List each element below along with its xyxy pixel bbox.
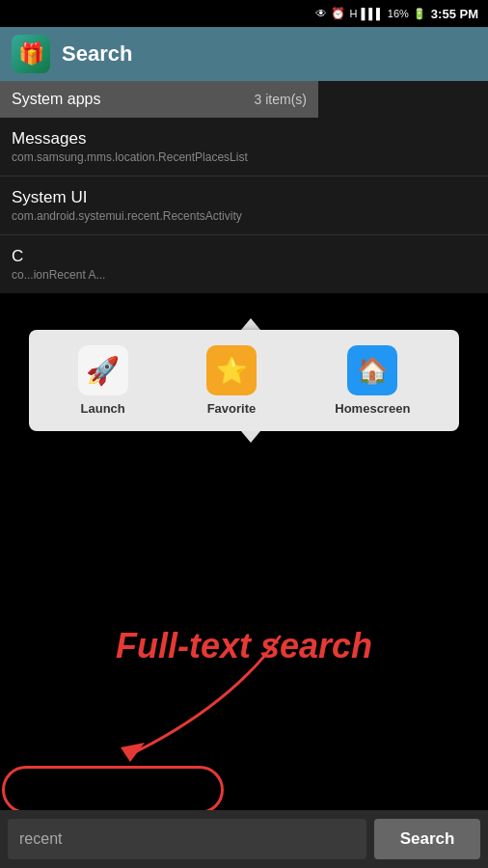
category-name: System apps [12, 91, 100, 108]
favorite-icon: ⭐ [206, 345, 257, 395]
search-button[interactable]: Search [374, 819, 480, 859]
eye-icon: 👁 [315, 7, 327, 20]
app-header: 🎁 Search [0, 27, 488, 81]
arrow-annotation [58, 627, 347, 772]
context-menu: 🚀 Launch ⭐ Favorite 🏠 Homescreen [29, 318, 459, 443]
app-package: com.samsung.mms.location.RecentPlacesLis… [12, 150, 476, 164]
status-icons: 👁 ⏰ H ▌▌▌ 16% 🔋 [315, 7, 425, 20]
list-item[interactable]: System UI com.android.systemui.recent.Re… [0, 176, 488, 235]
app-logo: 🎁 [12, 35, 50, 73]
status-bar: 👁 ⏰ H ▌▌▌ 16% 🔋 3:55 PM [0, 0, 488, 27]
battery-text: 16% [388, 8, 409, 19]
search-input[interactable] [8, 819, 366, 859]
app-title: Search [62, 41, 132, 67]
launch-icon: 🚀 [78, 345, 128, 395]
svg-marker-0 [121, 743, 145, 762]
app-name: Messages [12, 129, 476, 149]
homescreen-button[interactable]: 🏠 Homescreen [325, 345, 420, 416]
launch-label: Launch [81, 401, 125, 416]
homescreen-icon: 🏠 [347, 345, 397, 395]
category-count: 3 item(s) [255, 92, 307, 107]
app-package: co...ionRecent A... [12, 268, 476, 282]
status-time: 3:55 PM [431, 7, 478, 21]
favorite-label: Favorite [207, 401, 257, 416]
alarm-icon: ⏰ [331, 7, 345, 20]
content-area: System apps 3 item(s) Messages com.samsu… [0, 81, 488, 293]
category-header: System apps 3 item(s) [0, 81, 318, 118]
context-menu-arrow-up [241, 318, 260, 330]
context-menu-container: 🚀 Launch ⭐ Favorite 🏠 Homescreen [29, 330, 459, 431]
battery-icon: 🔋 [413, 8, 426, 20]
list-item[interactable]: C co...ionRecent A... [0, 235, 488, 293]
circle-annotation [2, 766, 224, 814]
app-icon-glyph: 🎁 [18, 41, 44, 67]
context-menu-arrow-down [241, 431, 260, 443]
app-package: com.android.systemui.recent.RecentsActiv… [12, 209, 476, 223]
favorite-button[interactable]: ⭐ Favorite [197, 345, 266, 416]
network-icon: H [349, 8, 357, 19]
signal-icon: ▌▌▌ [361, 8, 383, 19]
bottom-bar: Search [0, 810, 488, 868]
app-name: System UI [12, 188, 476, 207]
homescreen-label: Homescreen [335, 401, 410, 416]
launch-button[interactable]: 🚀 Launch [68, 345, 138, 416]
list-item[interactable]: Messages com.samsung.mms.location.Recent… [0, 118, 488, 176]
app-name: C [12, 247, 476, 266]
